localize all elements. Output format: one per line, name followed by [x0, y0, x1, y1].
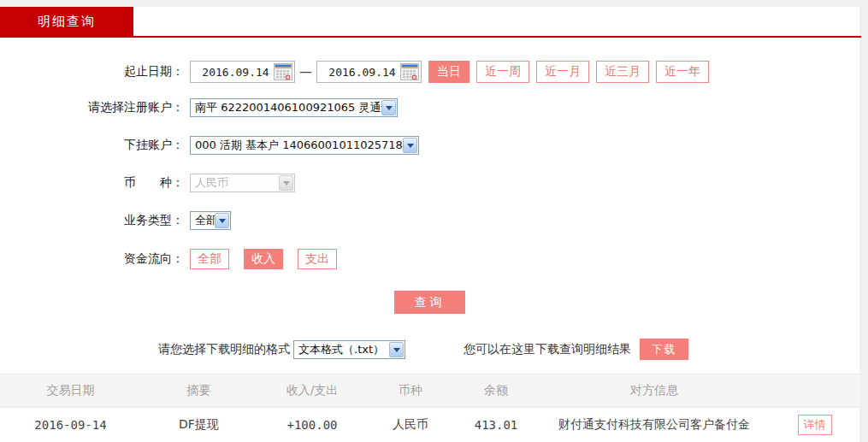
end-date-input[interactable]: 2016.09.14 — [316, 61, 422, 83]
chevron-down-icon — [381, 100, 396, 115]
start-date-input[interactable]: 2016.09.14 — [190, 61, 295, 83]
download-format-value: 文本格式（.txt） — [294, 342, 389, 357]
business-type-value: 全部 — [191, 213, 215, 228]
header-counterparty: 对方信息 — [539, 374, 770, 408]
chevron-down-icon — [403, 138, 417, 153]
table-header-row: 交易日期 摘要 收入/支出 币种 余额 对方信息 — [0, 374, 859, 408]
query-form: 起止日期： 2016.09.14 — [0, 38, 859, 360]
fund-flow-row: 资金流向： 全部 收入 支出 — [0, 249, 859, 269]
quick-range-month-button[interactable]: 近一月 — [536, 61, 589, 83]
download-row: 请您选择下载明细的格式 文本格式（.txt） 您可以在这里下载查询明细结果 下载 — [158, 339, 859, 360]
date-range-label: 起止日期： — [0, 64, 184, 80]
header-summary: 摘要 — [141, 374, 257, 408]
calendar-icon[interactable] — [274, 63, 292, 80]
chevron-down-icon — [389, 342, 404, 357]
header-currency: 币种 — [368, 374, 453, 408]
register-account-row: 请选择注册账户： 南平 6222001406100921065 灵通卡 — [0, 98, 859, 117]
query-button-row: 查询 — [0, 291, 859, 314]
cell-amount: +100.00 — [257, 408, 368, 442]
date-range-row: 起止日期： 2016.09.14 — [0, 61, 859, 83]
currency-select: 人民币 — [190, 174, 295, 192]
quick-range-year-button[interactable]: 近一年 — [656, 61, 709, 83]
tab-label: 明细查询 — [38, 14, 96, 30]
register-account-label: 请选择注册账户： — [0, 100, 184, 115]
cell-counterparty: 财付通支付科技有限公司客户备付金 — [539, 408, 770, 442]
results-table: 交易日期 摘要 收入/支出 币种 余额 对方信息 2016-09-14 DF提现… — [0, 374, 859, 442]
register-account-select[interactable]: 南平 6222001406100921065 灵通卡 — [190, 98, 398, 117]
fund-flow-all-button[interactable]: 全部 — [190, 249, 229, 269]
currency-label: 币 种： — [0, 175, 184, 191]
header-in-out: 收入/支出 — [257, 374, 368, 408]
cell-currency: 人民币 — [368, 408, 453, 442]
main-panel: 明细查询 起止日期： 2016.09.14 — [0, 7, 859, 437]
quick-range-week-button[interactable]: 近一周 — [476, 61, 529, 83]
header-action — [770, 374, 859, 408]
download-button[interactable]: 下载 — [640, 339, 688, 360]
fund-flow-income-button[interactable]: 收入 — [244, 249, 283, 269]
download-format-label: 请您选择下载明细的格式 — [158, 342, 290, 357]
currency-row: 币 种： 人民币 — [0, 174, 859, 192]
quick-range-today-button[interactable]: 当日 — [428, 61, 469, 83]
start-date-value: 2016.09.14 — [198, 66, 274, 79]
quick-range-quarter-button[interactable]: 近三月 — [596, 61, 649, 83]
cell-action: 详情 — [770, 408, 859, 442]
business-type-row: 业务类型： 全部 — [0, 211, 859, 230]
sub-account-select[interactable]: 000 活期 基本户 1406600101102571848 — [190, 136, 419, 155]
download-format-select[interactable]: 文本格式（.txt） — [293, 340, 405, 359]
download-hint: 您可以在这里下载查询明细结果 — [464, 342, 631, 357]
sub-account-value: 000 活期 基本户 1406600101102571848 — [191, 138, 403, 153]
currency-value: 人民币 — [191, 175, 279, 191]
end-date-value: 2016.09.14 — [324, 66, 400, 79]
chevron-down-icon — [279, 175, 293, 191]
cell-date: 2016-09-14 — [0, 408, 141, 442]
detail-button[interactable]: 详情 — [798, 415, 832, 435]
sub-account-row: 下挂账户： 000 活期 基本户 1406600101102571848 — [0, 136, 859, 155]
header-date: 交易日期 — [0, 374, 141, 408]
cell-summary: DF提现 — [141, 408, 257, 442]
table-row: 2016-09-14 DF提现 +100.00 人民币 413.01 财付通支付… — [0, 408, 859, 442]
tab-detail-query[interactable]: 明细查询 — [0, 7, 133, 36]
calendar-icon[interactable] — [400, 63, 419, 80]
business-type-label: 业务类型： — [0, 213, 184, 228]
business-type-select[interactable]: 全部 — [190, 211, 231, 230]
sub-account-label: 下挂账户： — [0, 138, 184, 153]
date-range-separator: — — [299, 64, 312, 80]
fund-flow-label: 资金流向： — [0, 251, 184, 267]
register-account-value: 南平 6222001406100921065 灵通卡 — [191, 100, 381, 115]
chevron-down-icon — [215, 213, 229, 228]
tab-bar: 明细查询 — [0, 7, 859, 36]
detail-query-page: 明细查询 起止日期： 2016.09.14 — [0, 0, 868, 442]
fund-flow-expense-button[interactable]: 支出 — [298, 249, 337, 269]
header-balance: 余额 — [453, 374, 539, 408]
query-button[interactable]: 查询 — [394, 291, 465, 314]
cell-balance: 413.01 — [453, 408, 539, 442]
